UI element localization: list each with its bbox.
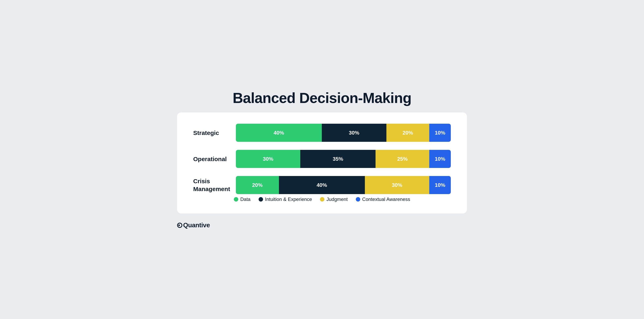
bar-segment-1-0: 30% bbox=[236, 150, 300, 168]
bar-segment-2-2: 30% bbox=[365, 176, 429, 194]
legend-dot-0 bbox=[234, 197, 238, 202]
legend-label-1: Intuition & Experience bbox=[265, 197, 312, 202]
legend-label-3: Contextual Awareness bbox=[362, 197, 410, 202]
bar-segment-2-1: 40% bbox=[279, 176, 365, 194]
bar-segment-2-0: 20% bbox=[236, 176, 279, 194]
legend-dot-2 bbox=[320, 197, 324, 202]
chart-row-0: Strategic40%30%20%10% bbox=[193, 124, 451, 142]
bar-container-2: 20%40%30%10% bbox=[236, 176, 451, 194]
legend-item-1: Intuition & Experience bbox=[258, 197, 312, 202]
bar-container-1: 30%35%25%10% bbox=[236, 150, 451, 168]
logo-icon bbox=[177, 223, 182, 228]
slide: Balanced Decision-Making Strategic40%30%… bbox=[161, 78, 483, 241]
row-label-2: Crisis Management bbox=[193, 177, 230, 193]
chart-card: Strategic40%30%20%10%Operational30%35%25… bbox=[177, 112, 467, 213]
chart-area: Strategic40%30%20%10%Operational30%35%25… bbox=[193, 124, 451, 194]
logo: Quantive bbox=[177, 221, 467, 229]
legend-dot-1 bbox=[258, 197, 263, 202]
legend-item-2: Judgment bbox=[320, 197, 348, 202]
bar-segment-0-0: 40% bbox=[236, 124, 322, 142]
bar-segment-0-1: 30% bbox=[322, 124, 386, 142]
bar-segment-1-3: 10% bbox=[429, 150, 451, 168]
bar-segment-2-3: 10% bbox=[429, 176, 451, 194]
row-label-1: Operational bbox=[193, 155, 230, 163]
legend-label-2: Judgment bbox=[326, 197, 348, 202]
logo-label: Quantive bbox=[183, 221, 210, 229]
legend-dot-3 bbox=[356, 197, 360, 202]
chart-row-1: Operational30%35%25%10% bbox=[193, 150, 451, 168]
legend-item-0: Data bbox=[234, 197, 250, 202]
bar-segment-1-1: 35% bbox=[300, 150, 376, 168]
logo-area: Quantive bbox=[177, 220, 467, 229]
legend: DataIntuition & ExperienceJudgmentContex… bbox=[193, 194, 451, 202]
bar-container-0: 40%30%20%10% bbox=[236, 124, 451, 142]
legend-item-3: Contextual Awareness bbox=[356, 197, 410, 202]
chart-row-2: Crisis Management20%40%30%10% bbox=[193, 176, 451, 194]
row-label-0: Strategic bbox=[193, 129, 230, 137]
page-title: Balanced Decision-Making bbox=[233, 90, 411, 106]
bar-segment-1-2: 25% bbox=[376, 150, 429, 168]
bar-segment-0-2: 20% bbox=[386, 124, 430, 142]
legend-label-0: Data bbox=[240, 197, 250, 202]
bar-segment-0-3: 10% bbox=[429, 124, 451, 142]
